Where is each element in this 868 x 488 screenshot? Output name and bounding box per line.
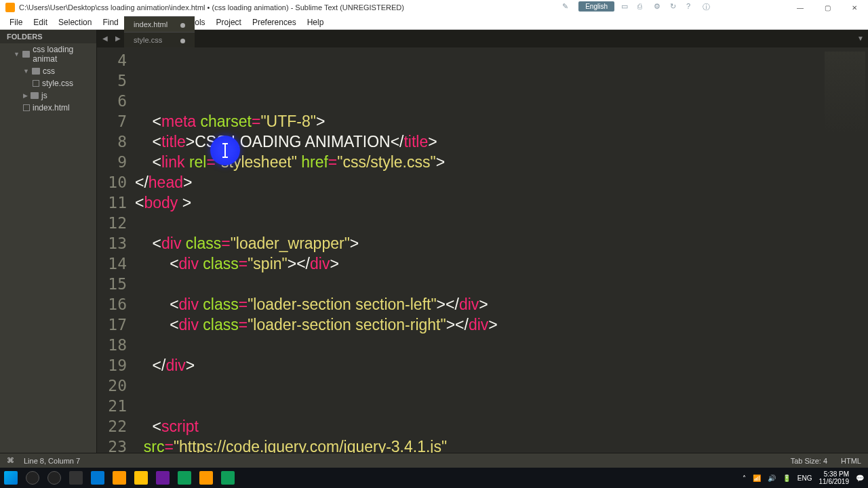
menu-project[interactable]: Project bbox=[211, 16, 247, 28]
search-icon[interactable] bbox=[26, 471, 39, 485]
sidebar-item-style-css[interactable]: style.css bbox=[0, 77, 96, 89]
panes-dropdown-icon[interactable]: ▼ bbox=[857, 35, 864, 42]
code-line: src="https://code.jquery.com/jquery-3.4.… bbox=[135, 436, 821, 453]
line-number: 8 bbox=[97, 131, 135, 152]
sidebar-item-css-loading-animat[interactable]: ▼css loading animat bbox=[0, 43, 96, 65]
windows-taskbar: ˄ 📶 🔊 🔋 ENG 5:38 PM 11/6/2019 💬 bbox=[0, 468, 868, 488]
explorer-icon[interactable] bbox=[134, 471, 148, 485]
app-icon bbox=[5, 3, 15, 12]
ime-info-icon[interactable]: ⓘ bbox=[703, 2, 712, 12]
clock-date[interactable]: 11/6/2019 bbox=[819, 478, 850, 485]
ime-refresh-icon[interactable]: ↻ bbox=[670, 2, 679, 12]
line-number: 20 bbox=[97, 375, 135, 396]
folder-icon bbox=[31, 92, 39, 99]
code-line bbox=[135, 274, 821, 294]
code-line bbox=[135, 396, 821, 416]
code-line: <script bbox=[135, 416, 821, 436]
tray-up-icon[interactable]: ˄ bbox=[743, 474, 746, 482]
cursor-highlight-icon bbox=[210, 136, 240, 165]
dirty-dot-icon bbox=[180, 39, 185, 43]
tray-network-icon[interactable]: 📶 bbox=[753, 474, 761, 482]
tab-style-css[interactable]: style.css bbox=[124, 32, 195, 47]
ime-language[interactable]: English bbox=[578, 1, 614, 12]
line-number: 10 bbox=[97, 172, 135, 192]
file-icon bbox=[33, 80, 39, 87]
code-content[interactable]: <meta charset="UTF-8"> <title>CSS LOADIN… bbox=[135, 47, 821, 453]
line-number: 4 bbox=[97, 50, 135, 70]
window-close-button[interactable]: ✕ bbox=[841, 0, 868, 15]
main-area: FOLDERS ▼css loading animat▼cssstyle.css… bbox=[0, 30, 868, 453]
tray-battery-icon[interactable]: 🔋 bbox=[783, 474, 791, 482]
app-icon-1[interactable] bbox=[113, 471, 126, 485]
ime-icon[interactable]: ✎ bbox=[562, 2, 572, 12]
ime-toolbar: ✎ English ▭ ⎙ ⚙ ↻ ? ⓘ bbox=[562, 1, 712, 12]
sidebar-header: FOLDERS bbox=[0, 30, 96, 43]
window-maximize-button[interactable]: ▢ bbox=[814, 0, 841, 15]
folder-icon bbox=[32, 68, 40, 75]
notifications-icon[interactable]: 💬 bbox=[856, 474, 864, 482]
code-line: <meta charset="UTF-8"> bbox=[135, 111, 821, 131]
dirty-dot-icon bbox=[180, 23, 185, 28]
sidebar-item-js[interactable]: ▶js bbox=[0, 89, 96, 102]
tray-lang-icon[interactable]: ENG bbox=[797, 474, 812, 482]
minimap[interactable] bbox=[821, 47, 868, 453]
window-minimize-button[interactable]: — bbox=[787, 0, 814, 15]
code-line: <div class="spin"></div> bbox=[135, 253, 821, 274]
ime-mic-icon[interactable]: ⎙ bbox=[637, 2, 647, 12]
chrome-icon-2[interactable] bbox=[221, 471, 235, 485]
code-line: </head> bbox=[135, 172, 821, 192]
line-number: 11 bbox=[97, 192, 135, 213]
disclosure-icon: ▼ bbox=[23, 68, 29, 75]
chrome-icon[interactable] bbox=[178, 471, 191, 485]
line-number: 21 bbox=[97, 396, 135, 416]
editor-area: ◀ ▶ index.htmlstyle.css ▼ 45678910111213… bbox=[97, 30, 868, 453]
line-number: 15 bbox=[97, 274, 135, 294]
tab-nav-arrows[interactable]: ◀ ▶ bbox=[102, 35, 123, 42]
disclosure-icon: ▶ bbox=[23, 92, 28, 99]
tray-volume-icon[interactable]: 🔊 bbox=[768, 474, 776, 482]
edge-icon[interactable] bbox=[91, 471, 104, 485]
ime-settings-icon[interactable]: ⚙ bbox=[654, 2, 663, 12]
menu-edit[interactable]: Edit bbox=[28, 16, 53, 28]
code-line bbox=[135, 335, 821, 355]
photoshop-icon[interactable] bbox=[156, 471, 170, 485]
line-number: 13 bbox=[97, 233, 135, 253]
start-button[interactable] bbox=[4, 471, 18, 485]
status-tabsize[interactable]: Tab Size: 4 bbox=[791, 457, 827, 465]
status-position[interactable]: Line 8, Column 7 bbox=[24, 457, 80, 465]
menu-find[interactable]: Find bbox=[97, 16, 123, 28]
menu-help[interactable]: Help bbox=[302, 16, 330, 28]
file-icon bbox=[23, 104, 30, 111]
ime-help-icon[interactable]: ? bbox=[686, 2, 696, 12]
line-number: 16 bbox=[97, 294, 135, 314]
code-line: <div class="loader-section section-left"… bbox=[135, 294, 821, 314]
taskview-icon[interactable] bbox=[69, 471, 83, 485]
code-line bbox=[135, 213, 821, 233]
code-line: <div class="loader_wrapper"> bbox=[135, 233, 821, 253]
code-line: </div> bbox=[135, 355, 821, 375]
tab-index-html[interactable]: index.html bbox=[124, 16, 195, 32]
window-titlebar: C:\Users\User\Desktop\css loading animat… bbox=[0, 0, 868, 15]
tab-bar: ◀ ▶ index.htmlstyle.css ▼ bbox=[97, 30, 868, 47]
code-area[interactable]: 4567891011121314151617181920212223 <meta… bbox=[97, 47, 868, 453]
cortana-icon[interactable] bbox=[47, 471, 61, 485]
line-number: 19 bbox=[97, 355, 135, 375]
window-title: C:\Users\User\Desktop\css loading animat… bbox=[19, 3, 404, 12]
sidebar-item-css[interactable]: ▼css bbox=[0, 65, 96, 77]
menu-selection[interactable]: Selection bbox=[53, 16, 97, 28]
disclosure-icon: ▼ bbox=[14, 51, 20, 58]
menu-file[interactable]: File bbox=[4, 16, 28, 28]
sublime-taskbar-icon[interactable] bbox=[199, 471, 213, 485]
status-syntax[interactable]: HTML bbox=[841, 457, 861, 465]
line-number: 22 bbox=[97, 416, 135, 436]
clock-time[interactable]: 5:38 PM bbox=[824, 470, 849, 478]
line-gutter: 4567891011121314151617181920212223 bbox=[97, 47, 135, 453]
line-number: 14 bbox=[97, 253, 135, 274]
sidebar-item-index-html[interactable]: index.html bbox=[0, 102, 96, 114]
menu-preferences[interactable]: Preferences bbox=[247, 16, 302, 28]
status-bar: ⌘ Line 8, Column 7 Tab Size: 4 HTML bbox=[0, 453, 868, 468]
code-line bbox=[135, 375, 821, 396]
code-line: <div class="loader-section section-right… bbox=[135, 314, 821, 335]
ime-tool-icon[interactable]: ▭ bbox=[621, 2, 631, 12]
status-switch-icon[interactable]: ⌘ bbox=[7, 456, 14, 465]
